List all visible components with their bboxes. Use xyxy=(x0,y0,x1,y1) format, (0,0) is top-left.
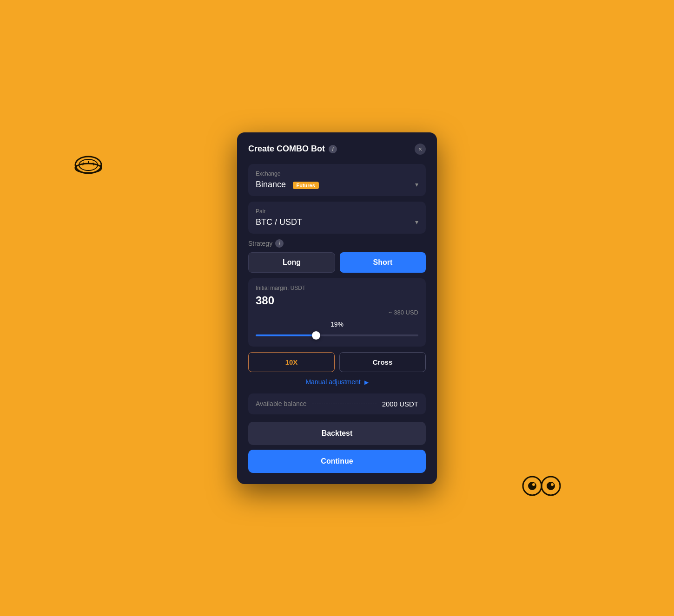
continue-button[interactable]: Continue xyxy=(248,450,426,473)
strategy-label-text: Strategy xyxy=(248,240,272,247)
svg-line-5 xyxy=(83,163,84,165)
balance-value: 2000 USDT xyxy=(382,400,418,408)
balance-divider xyxy=(312,404,377,404)
title-info-icon[interactable]: i xyxy=(329,145,337,153)
available-balance-section: Available balance 2000 USDT xyxy=(248,393,426,414)
modal-title-text: Create COMBO Bot xyxy=(248,144,325,154)
strategy-section: Strategy i Long Short xyxy=(248,239,426,273)
futures-badge: Futures xyxy=(293,182,319,189)
strategy-label-row: Strategy i xyxy=(248,239,426,248)
coin-decoration-icon xyxy=(72,149,105,181)
pair-dropdown-arrow: ▾ xyxy=(415,218,418,226)
svg-line-3 xyxy=(100,165,101,168)
strategy-buttons-row: Long Short xyxy=(248,252,426,273)
pair-section[interactable]: Pair BTC / USDT ▾ xyxy=(248,202,426,234)
svg-point-10 xyxy=(528,482,536,490)
modal-title-row: Create COMBO Bot i xyxy=(248,144,337,154)
svg-point-12 xyxy=(532,483,535,486)
leverage-button[interactable]: 10X xyxy=(248,352,335,372)
exchange-value: Binance xyxy=(256,180,286,189)
manual-adjustment-section: Manual adjustment ▶ xyxy=(248,378,426,386)
backtest-button[interactable]: Backtest xyxy=(248,422,426,445)
margin-label: Initial margin, USDT xyxy=(256,285,418,291)
pair-value-row: BTC / USDT ▾ xyxy=(256,217,418,227)
close-button[interactable]: × xyxy=(415,144,426,155)
svg-point-13 xyxy=(551,483,554,486)
margin-usd-display: ~ 380 USD xyxy=(256,309,418,316)
create-combo-bot-modal: Create COMBO Bot i × Exchange Binance Fu… xyxy=(237,132,437,484)
exchange-section[interactable]: Exchange Binance Futures ▾ xyxy=(248,164,426,196)
svg-line-7 xyxy=(93,163,94,165)
manual-adjustment-arrow-icon: ▶ xyxy=(364,379,369,386)
svg-line-2 xyxy=(75,165,76,168)
manual-adjustment-link[interactable]: Manual adjustment ▶ xyxy=(305,378,368,386)
balance-label: Available balance xyxy=(256,400,307,407)
slider-wrapper xyxy=(256,331,418,340)
short-strategy-button[interactable]: Short xyxy=(340,252,426,273)
svg-point-4 xyxy=(79,159,98,170)
margin-section: Initial margin, USDT 380 ~ 380 USD 19% xyxy=(248,278,426,347)
pair-value: BTC / USDT xyxy=(256,217,302,227)
manual-adjustment-label: Manual adjustment xyxy=(305,378,360,386)
strategy-info-icon[interactable]: i xyxy=(275,239,284,248)
margin-amount[interactable]: 380 xyxy=(256,294,418,307)
long-strategy-button[interactable]: Long xyxy=(248,252,335,273)
exchange-label: Exchange xyxy=(256,170,418,177)
modal-header: Create COMBO Bot i × xyxy=(248,144,426,155)
margin-mode-button[interactable]: Cross xyxy=(339,352,426,372)
svg-point-11 xyxy=(547,482,555,490)
exchange-value-row: Binance Futures ▾ xyxy=(256,180,418,190)
exchange-dropdown-arrow: ▾ xyxy=(415,181,418,188)
slider-percent-label: 19% xyxy=(256,321,418,328)
leverage-mode-row: 10X Cross xyxy=(248,352,426,372)
margin-slider-container: 19% xyxy=(256,321,418,340)
pair-label: Pair xyxy=(256,208,418,215)
eyes-decoration-icon xyxy=(521,472,562,500)
